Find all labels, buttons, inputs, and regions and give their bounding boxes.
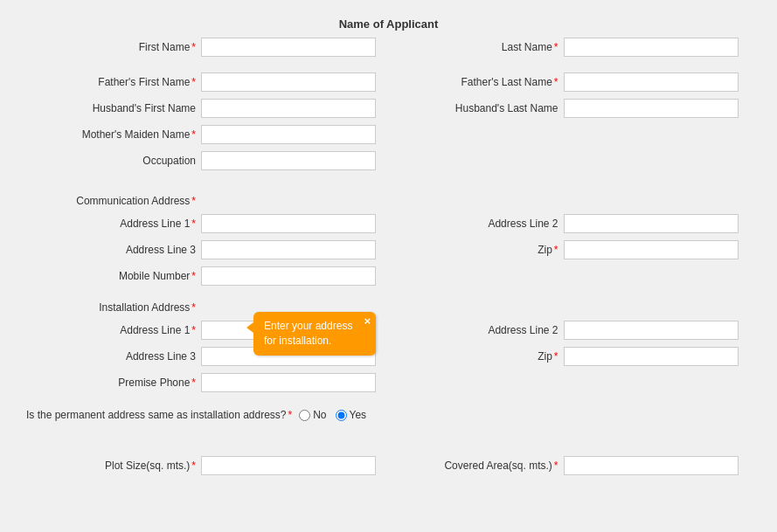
install-addr-line3-label: Address Line 3: [26, 350, 201, 363]
comm-addr-line2-label: Address Line 2: [389, 218, 564, 230]
col-right-mobile-empty: [389, 266, 752, 293]
occupation-row: Occupation: [26, 151, 751, 177]
col-left-occupation: Occupation: [26, 151, 389, 177]
fathers-first-name-row: Father's First Name*: [26, 73, 389, 92]
plot-covered-row: Plot Size(sq. mts.)* Covered Area(sq. mt…: [26, 456, 751, 482]
premise-phone-input[interactable]: [201, 373, 376, 392]
mobile-label: Mobile Number*: [26, 270, 201, 282]
fathers-first-name-label: Father's First Name*: [26, 76, 201, 88]
comm-zip-label: Zip*: [389, 244, 564, 256]
fathers-last-name-input[interactable]: [564, 73, 739, 92]
col-right-mother-empty: [389, 125, 752, 151]
col-left-comm: Communication Address*: [26, 195, 389, 214]
comm-address-required: *: [191, 195, 196, 207]
install-zip-label: Zip*: [389, 350, 564, 363]
col-right-husband: Husband's Last Name: [389, 99, 752, 125]
col-right-father: Father's Last Name*: [389, 73, 752, 99]
mobile-row: Mobile Number*: [26, 266, 751, 293]
col-right-install-zip: Zip*: [389, 347, 752, 373]
radio-no-label[interactable]: No: [299, 409, 326, 421]
mothers-maiden-name-input[interactable]: [201, 125, 376, 144]
col-left-mother: Mother's Maiden Name*: [26, 125, 389, 151]
first-name-label: First Name*: [26, 41, 201, 53]
occupation-input[interactable]: [201, 151, 376, 170]
radio-yes-label[interactable]: Yes: [336, 409, 367, 421]
first-name-required: *: [191, 41, 196, 53]
col-right-install-line2: Address Line 2: [389, 321, 752, 347]
form-container: Name of Applicant First Name* Last Name*: [17, 9, 760, 491]
mothers-maiden-name-row: Mother's Maiden Name*: [26, 125, 389, 144]
comm-addr-line1-label: Address Line 1*: [26, 218, 201, 230]
comm-zip-input[interactable]: [564, 240, 739, 259]
last-name-input[interactable]: [564, 38, 739, 57]
husband-name-row: Husband's First Name Husband's Last Name: [26, 99, 751, 125]
fathers-last-name-row: Father's Last Name*: [389, 73, 752, 92]
husbands-first-name-input[interactable]: [201, 99, 376, 118]
install-addr-line2-input[interactable]: [564, 321, 739, 340]
col-right-install-title-empty: [389, 301, 752, 321]
premise-phone-form-row: Premise Phone*: [26, 373, 389, 392]
mothers-maiden-name-label: Mother's Maiden Name*: [26, 128, 201, 141]
husbands-last-name-input[interactable]: [564, 99, 739, 118]
col-right-occupation-empty: [389, 151, 752, 177]
tooltip-close-btn[interactable]: ×: [364, 315, 371, 327]
fathers-last-name-label: Father's Last Name*: [389, 76, 564, 88]
tooltip-text: Enter your address for installation.: [264, 320, 352, 347]
col-left-install-line1: Address Line 1* × Enter your address for…: [26, 321, 389, 347]
husbands-last-name-label: Husband's Last Name: [389, 102, 564, 114]
radio-group: No Yes: [299, 409, 366, 421]
premise-phone-label: Premise Phone*: [26, 377, 201, 389]
plot-size-input[interactable]: [201, 456, 376, 475]
col-left-father: Father's First Name*: [26, 73, 389, 99]
last-name-row: Last Name*: [389, 38, 752, 57]
plot-size-form-row: Plot Size(sq. mts.)*: [26, 456, 389, 475]
fathers-first-name-required: *: [191, 76, 196, 88]
last-name-label: Last Name*: [389, 41, 564, 53]
husbands-last-name-row: Husband's Last Name: [389, 99, 752, 118]
col-right-name: Last Name*: [389, 38, 752, 64]
radio-yes[interactable]: [336, 410, 347, 421]
first-name-row: First Name*: [26, 38, 389, 57]
install-addr-line1-row: Address Line 1* × Enter your address for…: [26, 321, 751, 347]
comm-addr-line3-input[interactable]: [201, 240, 376, 259]
covered-area-input[interactable]: [564, 456, 739, 475]
fathers-first-name-input[interactable]: [201, 73, 376, 92]
install-addr-line1-label: Address Line 1*: [26, 324, 201, 336]
comm-addr-line2-input[interactable]: [564, 214, 739, 233]
col-left-comm-line1: Address Line 1*: [26, 214, 389, 240]
plot-size-label: Plot Size(sq. mts.)*: [26, 459, 201, 472]
col-left-plot: Plot Size(sq. mts.)*: [26, 456, 389, 482]
mother-row: Mother's Maiden Name*: [26, 125, 751, 151]
comm-address-section: Communication Address*: [26, 195, 751, 214]
first-name-input[interactable]: [201, 38, 376, 57]
col-right-covered: Covered Area(sq. mts.)*: [389, 456, 752, 482]
fathers-last-name-required: *: [554, 76, 558, 88]
col-right-comm-empty: [389, 195, 752, 214]
radio-no[interactable]: [299, 410, 310, 421]
mobile-form-row: Mobile Number*: [26, 266, 389, 286]
comm-address-label: Communication Address*: [26, 195, 201, 207]
mobile-input[interactable]: [201, 266, 376, 286]
install-zip-form-row: Zip*: [389, 347, 752, 366]
covered-area-label: Covered Area(sq. mts.)*: [389, 459, 564, 472]
occupation-label: Occupation: [26, 155, 201, 167]
comm-zip-form-row: Zip*: [389, 240, 752, 259]
comm-addr-line1-input[interactable]: [201, 214, 376, 233]
occupation-form-row: Occupation: [26, 151, 389, 170]
husbands-first-name-row: Husband's First Name: [26, 99, 389, 118]
father-name-row: Father's First Name* Father's Last Name*: [26, 73, 751, 99]
comm-address-line3-row: Address Line 3 Zip*: [26, 240, 751, 266]
comm-addr-line3-form-row: Address Line 3: [26, 240, 389, 259]
last-name-required: *: [554, 41, 558, 53]
install-addr-line1-form-row: Address Line 1* × Enter your address for…: [26, 321, 389, 340]
husbands-first-name-label: Husband's First Name: [26, 102, 201, 114]
install-addr-line2-form-row: Address Line 2: [389, 321, 752, 340]
applicant-section-title: Name of Applicant: [26, 17, 751, 31]
install-addr-line2-label: Address Line 2: [389, 324, 564, 336]
perm-address-row: Is the permanent address same as install…: [26, 408, 751, 423]
comm-address-line1-row: Address Line 1* Address Line 2: [26, 214, 751, 240]
tooltip-bubble: × Enter your address for installation.: [253, 312, 376, 356]
col-right-premise-empty: [389, 373, 752, 399]
install-zip-input[interactable]: [564, 347, 739, 366]
col-right-comm-line2: Address Line 2: [389, 214, 752, 240]
